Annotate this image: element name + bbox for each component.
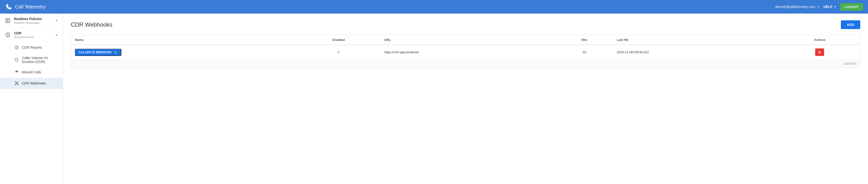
enabled-checkmark: ✓ (337, 50, 340, 55)
table-row: CALLER ID WEBHOOK ✏️ ✓ https://crm-app.l… (71, 45, 860, 59)
col-hits: Hits (556, 35, 613, 45)
webhooks-table: Name Enabled URL Hits Last Hit Actions C… (71, 35, 860, 59)
cell-url: https://crm-app.localhost (380, 45, 556, 59)
sidebar: Realtime Policies Realtime events/apps ▼… (0, 13, 63, 184)
svg-point-5 (15, 82, 16, 82)
cdr-webhooks-icon (14, 81, 20, 86)
app-title: Call Telemetry (15, 4, 45, 10)
realtime-policies-icon (5, 18, 11, 24)
table-body: CALLER ID WEBHOOK ✏️ ✓ https://crm-app.l… (71, 45, 860, 59)
sidebar-section-cdr: CDR Historical Events ▲ CDR Reports (0, 28, 63, 89)
app-logo: Call Telemetry (5, 3, 775, 11)
svg-point-7 (15, 84, 16, 85)
help-label: HELP (824, 5, 832, 9)
sidebar-section-cdr-header[interactable]: CDR Historical Events ▲ (0, 28, 63, 42)
help-menu[interactable]: HELP ▼ (824, 5, 836, 9)
svg-point-3 (15, 58, 18, 61)
table-header-row: Name Enabled URL Hits Last Hit Actions (71, 35, 860, 45)
webhook-url: https://crm-app.localhost (384, 50, 419, 54)
app-header: Call Telemetry demo2@calltelemetry.com ▼… (0, 0, 868, 13)
webhooks-table-container: Name Enabled URL Hits Last Hit Actions C… (71, 35, 860, 68)
cell-last-hit: 2023-11-06T08:58:32Z (613, 45, 780, 59)
svg-point-8 (18, 84, 19, 85)
cdr-webhooks-label: CDR Webhooks (22, 81, 46, 85)
missed-calls-icon (14, 70, 20, 75)
col-url: URL (380, 35, 556, 45)
logout-button[interactable]: LOGOUT (840, 3, 863, 11)
last-hit-time: 2023-11-06T08:58:32Z (617, 50, 649, 54)
col-enabled: Enabled (297, 35, 380, 45)
svg-point-4 (16, 83, 18, 84)
cdr-section-text: CDR Historical Events (14, 31, 52, 38)
user-menu-chevron: ▼ (817, 6, 819, 8)
table-pagination: 1-10 of 10 (71, 59, 860, 68)
header-actions: demo2@calltelemetry.com ▼ HELP ▼ LOGOUT (775, 3, 863, 11)
cell-hits: 19 (556, 45, 613, 59)
cell-enabled: ✓ (297, 45, 380, 59)
table-header: Name Enabled URL Hits Last Hit Actions (71, 35, 860, 45)
col-name: Name (71, 35, 297, 45)
webhook-name-text: CALLER ID WEBHOOK (79, 50, 112, 54)
svg-point-6 (18, 82, 19, 82)
sidebar-section-realtime-header[interactable]: Realtime Policies Realtime events/apps ▼ (0, 13, 63, 28)
edit-icon: ✏️ (114, 50, 117, 54)
cdr-section-subtitle: Historical Events (14, 36, 52, 38)
webhook-name-badge[interactable]: CALLER ID WEBHOOK ✏️ (75, 49, 121, 56)
missed-calls-label: Missed Calls (22, 70, 41, 74)
page-title: CDR Webhooks (71, 21, 113, 28)
col-last-hit: Last Hit (613, 35, 780, 45)
add-button[interactable]: ADD (841, 20, 860, 29)
realtime-section-subtitle: Realtime events/apps (14, 21, 52, 24)
user-menu[interactable]: demo2@calltelemetry.com ▼ (775, 5, 819, 9)
cell-name: CALLER ID WEBHOOK ✏️ (71, 45, 297, 59)
trash-icon: 🗑 (818, 50, 821, 54)
sidebar-section-realtime: Realtime Policies Realtime events/apps ▼ (0, 13, 63, 28)
main-layout: Realtime Policies Realtime events/apps ▼… (0, 13, 868, 184)
logo-icon (5, 3, 12, 11)
realtime-chevron: ▼ (55, 19, 58, 22)
caller-volume-label: Caller Volume Vs Duration (CDR) (22, 56, 58, 64)
main-content: CDR Webhooks ADD Name Enabled URL Hits L… (63, 13, 868, 184)
cdr-section-icon (5, 32, 11, 38)
realtime-section-text: Realtime Policies Realtime events/apps (14, 17, 52, 24)
cdr-reports-label: CDR Reports (22, 45, 42, 49)
help-chevron: ▼ (834, 6, 836, 8)
user-email: demo2@calltelemetry.com (775, 5, 815, 9)
caller-volume-icon (14, 57, 20, 63)
page-header: CDR Webhooks ADD (71, 20, 860, 29)
hit-count: 19 (583, 50, 586, 54)
cdr-reports-icon (14, 45, 20, 50)
sidebar-item-missed-calls[interactable]: Missed Calls (0, 67, 63, 78)
cdr-chevron: ▲ (55, 33, 58, 37)
cell-actions: 🗑 (780, 45, 860, 59)
delete-button[interactable]: 🗑 (815, 48, 824, 56)
sidebar-item-caller-volume[interactable]: Caller Volume Vs Duration (CDR) (0, 53, 63, 67)
col-actions: Actions (780, 35, 860, 45)
realtime-section-title: Realtime Policies (14, 17, 52, 21)
cdr-section-title: CDR (14, 31, 52, 35)
sidebar-item-cdr-webhooks[interactable]: CDR Webhooks (0, 78, 63, 89)
sidebar-item-cdr-reports[interactable]: CDR Reports (0, 42, 63, 53)
